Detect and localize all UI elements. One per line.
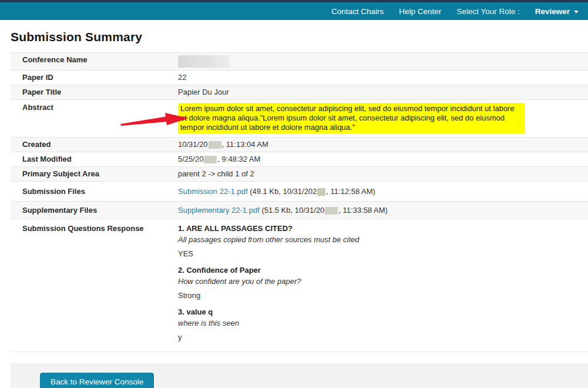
question-description: How confident are you of the paper? bbox=[178, 277, 359, 286]
submission-summary-table: Conference Name Paper ID 22 Paper Title … bbox=[11, 52, 588, 352]
supplementary-file-entry: Supplementary 22-1.pdf (51.5 Kb, 10/31/2… bbox=[178, 206, 388, 215]
last-modified-label: Last Modified bbox=[11, 155, 178, 164]
redacted-year bbox=[325, 207, 338, 215]
submission-file-link[interactable]: Submission 22-1.pdf bbox=[178, 187, 248, 196]
created-label: Created bbox=[11, 140, 178, 149]
question-title: 2. Confidence of Paper bbox=[178, 266, 359, 275]
last-modified-value: 5/25/20, 9:48:32 AM bbox=[178, 155, 260, 164]
paper-title-value: Papier Du Jour bbox=[178, 88, 229, 97]
redacted-year bbox=[317, 188, 325, 196]
question-answer: y bbox=[178, 333, 359, 342]
submission-files-label: Submission Files bbox=[11, 187, 178, 196]
paper-title-label: Paper Title bbox=[11, 88, 178, 97]
footer-band: Back to Reviewer Console bbox=[11, 363, 588, 388]
question-answer: YES bbox=[178, 249, 359, 258]
row-paper-title: Paper Title Papier Du Jour bbox=[11, 85, 588, 100]
abstract-highlighted-text: Lorem ipsum dolor sit amet, consectetur … bbox=[178, 103, 525, 133]
question-description: All passages copied from other sources m… bbox=[178, 235, 359, 244]
question-title: 3. value q bbox=[178, 307, 359, 316]
annotation-arrow-icon bbox=[120, 112, 190, 128]
row-supplementary-files: Supplementary Files Supplementary 22-1.p… bbox=[11, 202, 588, 219]
question-title: 1. ARE ALL PASSAGES CITED? bbox=[178, 224, 359, 233]
primary-subject-value: parent 2 -> child 1 of 2 bbox=[178, 169, 254, 179]
questions-label: Submission Questions Response bbox=[11, 224, 178, 349]
created-value: 10/31/20, 11:13:04 AM bbox=[178, 140, 268, 149]
supplementary-files-label: Supplementary Files bbox=[11, 206, 178, 215]
primary-subject-label: Primary Subject Area bbox=[11, 169, 178, 179]
supplementary-file-link[interactable]: Supplementary 22-1.pdf bbox=[178, 206, 260, 215]
contact-chairs-link[interactable]: Contact Chairs bbox=[331, 7, 384, 16]
row-conference-name: Conference Name bbox=[11, 53, 588, 71]
paper-id-label: Paper ID bbox=[11, 73, 178, 82]
role-dropdown-value: Reviewer bbox=[535, 7, 570, 16]
redacted-year bbox=[204, 156, 217, 163]
question-answer: Strong bbox=[178, 291, 359, 300]
back-to-reviewer-console-button[interactable]: Back to Reviewer Console bbox=[40, 373, 154, 388]
topbar: Contact Chairs Help Center Select Your R… bbox=[0, 2, 588, 20]
row-primary-subject-area: Primary Subject Area parent 2 -> child 1… bbox=[11, 167, 588, 182]
row-submission-files: Submission Files Submission 22-1.pdf (49… bbox=[11, 182, 588, 202]
question-description: where is this seen bbox=[178, 319, 359, 327]
row-paper-id: Paper ID 22 bbox=[11, 71, 588, 85]
question-block: 1. ARE ALL PASSAGES CITED? All passages … bbox=[178, 224, 359, 258]
chevron-down-icon bbox=[574, 11, 579, 14]
question-block: 3. value q where is this seen y bbox=[178, 307, 359, 342]
role-dropdown[interactable]: Reviewer bbox=[535, 7, 579, 16]
question-block: 2. Confidence of Paper How confident are… bbox=[178, 266, 359, 300]
page-title: Submission Summary bbox=[11, 30, 588, 44]
row-submission-questions: Submission Questions Response 1. ARE ALL… bbox=[11, 219, 588, 352]
row-abstract: Abstract Lorem ipsum dolor sit amet, con… bbox=[11, 100, 588, 138]
help-center-link[interactable]: Help Center bbox=[399, 7, 441, 16]
redacted-year bbox=[209, 141, 221, 149]
select-role-label: Select Your Role : bbox=[456, 7, 519, 16]
row-created: Created 10/31/20, 11:13:04 AM bbox=[11, 138, 588, 152]
paper-id-value: 22 bbox=[178, 73, 186, 82]
row-last-modified: Last Modified 5/25/20, 9:48:32 AM bbox=[11, 152, 588, 167]
submission-file-entry: Submission 22-1.pdf (49.1 Kb, 10/31/202,… bbox=[178, 187, 375, 196]
redacted-conference-name bbox=[178, 55, 230, 68]
conference-name-label: Conference Name bbox=[11, 55, 178, 68]
